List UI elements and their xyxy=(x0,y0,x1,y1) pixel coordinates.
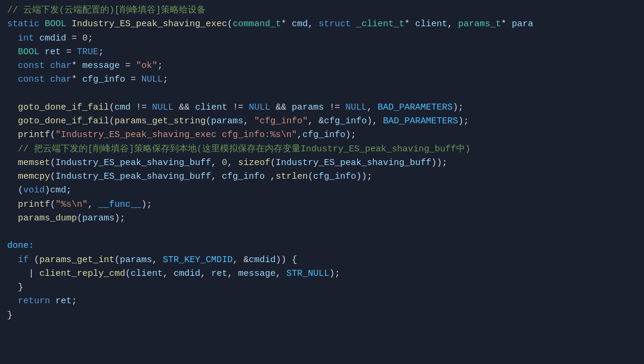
code-line xyxy=(0,87,644,101)
code-token: ); xyxy=(458,114,469,128)
code-token: = xyxy=(120,59,136,73)
code-line: memset(Industry_ES_peak_shaving_buff, 0,… xyxy=(0,156,644,170)
code-token: )); xyxy=(431,156,447,170)
code-token: cmdid xyxy=(249,253,275,267)
code-token: ; xyxy=(98,45,104,59)
code-line: done: xyxy=(0,239,644,253)
code-token: , xyxy=(152,253,163,267)
code-token: client xyxy=(131,267,163,281)
code-token: && xyxy=(179,101,190,114)
code-token: cmdid xyxy=(174,267,200,281)
code-token: BAD_PARAMETERS xyxy=(383,114,458,128)
code-token: int xyxy=(18,32,34,45)
code-token: void xyxy=(23,183,45,197)
code-token: params xyxy=(211,114,243,128)
code-token xyxy=(39,17,45,31)
code-token xyxy=(174,101,179,114)
code-token: | xyxy=(29,267,39,281)
code-token: cfg_info xyxy=(302,128,345,142)
code-token: goto_done_if_fail xyxy=(18,101,109,114)
code-token: NULL xyxy=(152,101,174,114)
code-token: "%s\n" xyxy=(55,198,88,211)
code-token: , xyxy=(211,156,222,170)
code-line: static BOOL Industry_ES_peak_shaving_exe… xyxy=(0,17,644,31)
code-token: message xyxy=(82,59,120,73)
code-token: goto_done_if_fail xyxy=(18,114,109,128)
code-token: "ok" xyxy=(136,59,157,73)
code-token: NULL xyxy=(345,101,367,114)
code-token: } xyxy=(18,281,23,294)
code-token: cmd xyxy=(292,17,308,31)
code-token: ; xyxy=(88,32,93,45)
code-line xyxy=(0,225,644,239)
code-token: ( xyxy=(18,183,23,197)
code-token: ); xyxy=(114,211,125,225)
code-token: ), xyxy=(367,114,383,128)
code-token: ( xyxy=(77,211,82,225)
code-token: * xyxy=(404,17,415,31)
code-token: params_t xyxy=(458,17,501,31)
code-line: memcpy(Industry_ES_peak_shaving_buff, cf… xyxy=(0,170,644,183)
code-token: cfg_info xyxy=(313,170,356,183)
code-token: )); xyxy=(356,170,372,183)
code-token: 0 xyxy=(82,32,88,45)
code-token: , xyxy=(275,267,286,281)
code-token: ( xyxy=(114,253,120,267)
code-token: ret xyxy=(45,45,61,59)
code-token: ); xyxy=(141,198,152,211)
code-token: ; xyxy=(66,183,72,197)
code-token: ) xyxy=(45,183,50,197)
code-token: printf xyxy=(18,198,50,211)
code-token xyxy=(39,45,45,59)
code-token: cmd xyxy=(50,183,66,197)
code-token: , xyxy=(447,17,458,31)
code-token: if xyxy=(18,253,29,267)
code-line: // 云端下发(云端配置的)[削峰填谷]策略给设备 xyxy=(0,4,644,17)
code-token: ( xyxy=(50,198,55,211)
code-line: params_dump(params); xyxy=(0,211,644,225)
code-token: params xyxy=(82,211,114,225)
code-token: } xyxy=(7,309,13,322)
code-token: != xyxy=(227,101,249,114)
code-token: ( xyxy=(206,114,211,128)
code-token: ( xyxy=(109,114,114,128)
code-token: "Industry_ES_peak_shaving_exec cfg_info:… xyxy=(55,128,297,142)
code-token xyxy=(66,17,72,31)
code-token: , xyxy=(227,267,238,281)
code-token: ( xyxy=(50,170,55,183)
code-token: // 把云端下发的[削峰填谷]策略保存到本地(这里模拟保存在内存变量Indust… xyxy=(18,142,470,156)
code-token: , xyxy=(297,128,302,142)
code-token: 0 xyxy=(222,156,227,170)
code-token: struct xyxy=(318,17,351,31)
code-token: = xyxy=(66,32,82,45)
code-token: printf xyxy=(18,128,50,142)
code-token: = xyxy=(61,45,77,59)
code-token: ); xyxy=(329,267,340,281)
code-token: ( xyxy=(29,253,39,267)
code-token: , xyxy=(227,156,238,170)
code-token: cfg_info xyxy=(82,73,125,86)
code-token: , xyxy=(88,198,98,211)
code-token: ( xyxy=(308,170,313,183)
code-token: Industry_ES_peak_shaving_buff xyxy=(275,156,431,170)
code-token: * xyxy=(501,17,512,31)
code-token: , xyxy=(211,170,222,183)
code-token: ; xyxy=(157,59,163,73)
code-token: , xyxy=(308,17,318,31)
code-token: STR_KEY_CMDID xyxy=(163,253,233,267)
code-token: cmd xyxy=(114,101,131,114)
code-token: )) { xyxy=(275,253,297,267)
code-line: goto_done_if_fail(cmd != NULL && client … xyxy=(0,101,644,114)
code-token: cmdid xyxy=(39,32,66,45)
code-token: = xyxy=(125,73,141,86)
code-token: _client_t xyxy=(356,17,404,31)
code-token: static xyxy=(7,17,39,31)
code-token: , xyxy=(367,101,377,114)
code-token: Industry_ES_peak_shaving_exec xyxy=(72,17,227,31)
code-token: ( xyxy=(125,267,131,281)
code-line: } xyxy=(0,281,644,294)
code-token: client_reply_cmd xyxy=(39,267,125,281)
code-token: params xyxy=(292,101,324,114)
code-token: NULL xyxy=(141,73,163,86)
code-token: ret xyxy=(211,267,227,281)
